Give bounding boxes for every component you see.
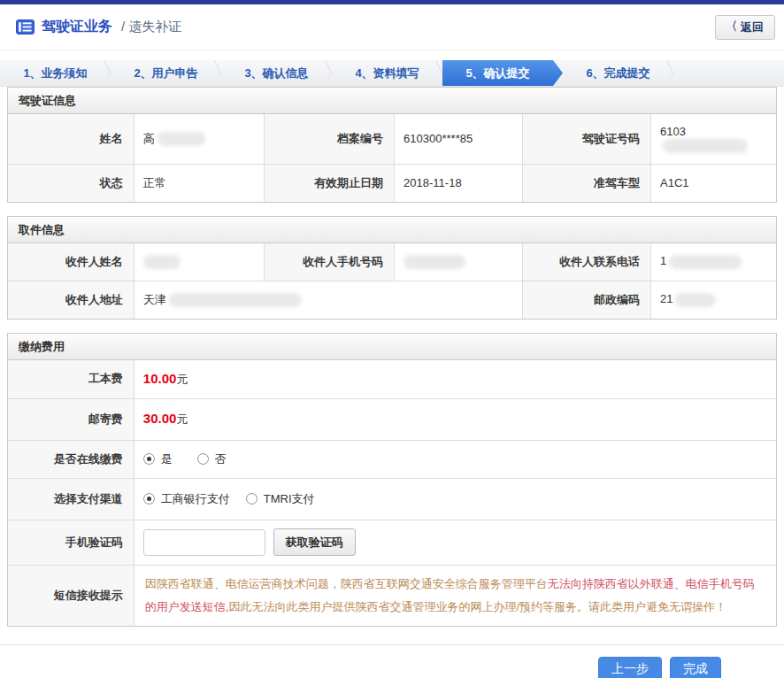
radio-selected-icon bbox=[143, 453, 155, 465]
sms-notice-text: 因陕西省联通、电信运营商技术问题，陕西省互联网交通安全综合服务管理平台无法向持陕… bbox=[134, 565, 776, 626]
payment-channel-options: 工商银行支付 TMRI支付 bbox=[134, 478, 776, 520]
pickup-info-table: 收件人姓名 收件人手机号码 收件人联系电话 1 收件人地址 天津 邮政编码 21 bbox=[8, 243, 776, 319]
license-number-label: 驾驶证号码 bbox=[523, 114, 651, 164]
name-label: 姓名 bbox=[8, 114, 134, 164]
get-sms-code-button[interactable]: 获取验证码 bbox=[273, 528, 356, 556]
fees-section-title: 缴纳费用 bbox=[8, 334, 776, 360]
table-row: 邮寄费 30.00元 bbox=[8, 398, 776, 440]
sms-notice-label: 短信接收提示 bbox=[8, 565, 134, 626]
pay-online-options: 是 否 bbox=[134, 440, 776, 478]
sms-code-field-area: 获取验证码 bbox=[134, 520, 776, 565]
recipient-mobile-value bbox=[395, 243, 523, 281]
redacted-blur bbox=[675, 293, 716, 307]
sms-code-input[interactable] bbox=[143, 529, 265, 556]
name-value: 高 bbox=[134, 114, 264, 164]
page-header: 驾驶证业务 / 遗失补证 〈 返回 bbox=[0, 4, 784, 50]
file-number-label: 档案编号 bbox=[264, 114, 395, 164]
document-list-icon bbox=[16, 19, 35, 35]
table-row: 是否在线缴费 是 否 bbox=[8, 440, 776, 478]
redacted-blur bbox=[169, 293, 302, 307]
redacted-blur bbox=[143, 255, 181, 269]
table-row: 姓名 高 档案编号 610300****85 驾驶证号码 6103 bbox=[8, 114, 776, 164]
pay-online-label: 是否在线缴费 bbox=[8, 440, 134, 478]
license-info-table: 姓名 高 档案编号 610300****85 驾驶证号码 6103 状态 正常 … bbox=[8, 114, 776, 202]
recipient-phone-value: 1 bbox=[650, 243, 776, 281]
postcode-label: 邮政编码 bbox=[523, 281, 651, 319]
recipient-mobile-label: 收件人手机号码 bbox=[264, 243, 395, 281]
vehicle-class-label: 准驾车型 bbox=[523, 164, 651, 202]
recipient-name-label: 收件人姓名 bbox=[8, 243, 134, 281]
table-row: 收件人地址 天津 邮政编码 21 bbox=[8, 281, 776, 319]
license-number-value: 6103 bbox=[650, 114, 776, 164]
redacted-blur bbox=[158, 132, 205, 146]
step-wizard: 1、业务须知 2、用户申告 3、确认信息 4、资料填写 5、确认提交 6、完成提… bbox=[0, 60, 784, 87]
license-section-title: 驾驶证信息 bbox=[8, 88, 776, 114]
mail-fee-value: 30.00元 bbox=[134, 398, 776, 440]
redacted-blur bbox=[669, 255, 742, 269]
status-value: 正常 bbox=[134, 164, 264, 202]
radio-unselected-icon bbox=[246, 493, 257, 505]
step-2-user-declaration[interactable]: 2、用户申告 bbox=[111, 60, 221, 86]
previous-step-button[interactable]: 上一步 bbox=[598, 657, 662, 678]
step-5-confirm-submit-active[interactable]: 5、确认提交 bbox=[442, 60, 563, 86]
payment-channel-label: 选择支付渠道 bbox=[8, 478, 134, 520]
step-1-business-notice[interactable]: 1、业务须知 bbox=[0, 60, 111, 86]
mail-fee-label: 邮寄费 bbox=[8, 398, 134, 440]
pickup-info-section: 取件信息 收件人姓名 收件人手机号码 收件人联系电话 1 收件人地址 天津 邮政… bbox=[7, 216, 777, 320]
step-wizard-filler bbox=[673, 60, 784, 86]
radio-channel-icbc[interactable]: 工商银行支付 bbox=[143, 491, 230, 507]
postcode-value: 21 bbox=[650, 281, 776, 319]
status-label: 状态 bbox=[8, 164, 134, 202]
footer-actions: 上一步 完成 bbox=[0, 644, 784, 678]
table-row: 状态 正常 有效期止日期 2018-11-18 准驾车型 A1C1 bbox=[8, 164, 776, 202]
radio-pay-online-no[interactable]: 否 bbox=[197, 451, 227, 467]
table-row: 收件人姓名 收件人手机号码 收件人联系电话 1 bbox=[8, 243, 776, 281]
recipient-address-label: 收件人地址 bbox=[8, 281, 134, 319]
radio-channel-tmri[interactable]: TMRI支付 bbox=[246, 491, 315, 507]
page-title: 驾驶证业务 bbox=[42, 18, 112, 36]
table-row: 手机验证码 获取验证码 bbox=[8, 520, 776, 565]
radio-pay-online-yes[interactable]: 是 bbox=[143, 451, 173, 467]
license-info-section: 驾驶证信息 姓名 高 档案编号 610300****85 驾驶证号码 6103 … bbox=[7, 87, 777, 203]
recipient-phone-label: 收件人联系电话 bbox=[523, 243, 651, 281]
file-number-value: 610300****85 bbox=[395, 114, 523, 164]
step-6-complete-submit[interactable]: 6、完成提交 bbox=[563, 60, 673, 86]
work-fee-label: 工本费 bbox=[8, 360, 134, 399]
back-button[interactable]: 〈 返回 bbox=[715, 15, 775, 40]
back-button-label: 返回 bbox=[741, 19, 764, 35]
expiry-date-value: 2018-11-18 bbox=[395, 164, 523, 202]
payment-fees-section: 缴纳费用 工本费 10.00元 邮寄费 30.00元 是否在线缴费 是 否 bbox=[7, 333, 777, 627]
pickup-section-title: 取件信息 bbox=[8, 217, 776, 243]
work-fee-value: 10.00元 bbox=[134, 360, 776, 399]
recipient-name-value bbox=[134, 243, 264, 281]
step-4-fill-materials[interactable]: 4、资料填写 bbox=[332, 60, 442, 86]
recipient-address-value: 天津 bbox=[134, 281, 522, 319]
vehicle-class-value: A1C1 bbox=[650, 164, 776, 202]
payment-fees-table: 工本费 10.00元 邮寄费 30.00元 是否在线缴费 是 否 bbox=[8, 360, 776, 626]
radio-unselected-icon bbox=[197, 453, 209, 465]
back-chevron-icon: 〈 bbox=[726, 19, 737, 35]
redacted-blur bbox=[663, 139, 748, 153]
finish-button[interactable]: 完成 bbox=[670, 657, 721, 678]
table-row: 工本费 10.00元 bbox=[8, 360, 776, 399]
step-3-confirm-info[interactable]: 3、确认信息 bbox=[221, 60, 332, 86]
expiry-date-label: 有效期止日期 bbox=[264, 164, 395, 202]
table-row: 短信接收提示 因陕西省联通、电信运营商技术问题，陕西省互联网交通安全综合服务管理… bbox=[8, 565, 776, 626]
radio-selected-icon bbox=[143, 493, 155, 505]
redacted-blur bbox=[404, 255, 465, 269]
sms-code-label: 手机验证码 bbox=[8, 520, 134, 565]
table-row: 选择支付渠道 工商银行支付 TMRI支付 bbox=[8, 478, 776, 520]
page-subtitle: / 遗失补证 bbox=[121, 19, 181, 35]
header-title-group: 驾驶证业务 / 遗失补证 bbox=[16, 18, 181, 36]
